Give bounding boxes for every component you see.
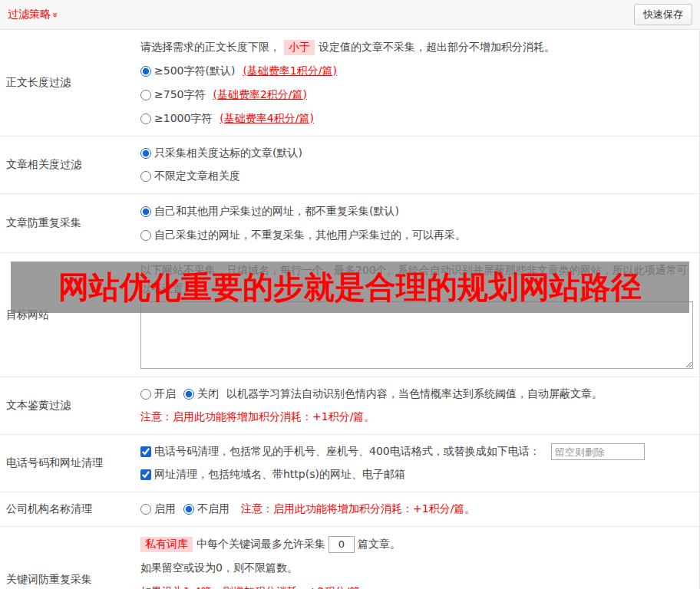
relevance-option-1: 只采集相关度达标的文章(默认) (140, 142, 693, 165)
row-content-dedup: 自己和其他用户采集过的网址，都不重复采集(默认) 自己采集过的网址，不重复采集，… (134, 194, 699, 252)
option-text: ≥750字符 (154, 88, 205, 102)
option-text: 自己采集过的网址，不重复采集，其他用户采集过的，可以再采。 (154, 229, 466, 242)
company-option-off[interactable]: 不启用 (183, 502, 229, 516)
company-clean-note: 注意：启用此功能将增加积分消耗：+1积分/篇。 (241, 502, 475, 516)
page-title[interactable]: 过滤策略 » (8, 8, 59, 21)
limit-text-mid: 中每个关键词最多允许采集 (196, 538, 325, 551)
option-text: 只采集相关度达标的文章(默认) (154, 146, 302, 160)
row-label-porn-filter: 文本鉴黄过滤 (0, 377, 134, 434)
relevance-option-any[interactable]: 不限定文章相关度 (140, 169, 240, 183)
less-than-tag: 小于 (284, 40, 315, 55)
overlay-banner: 网站优化重要的步就是合理的规划网站路径 (11, 262, 689, 313)
filter-settings-page: 过滤策略 » 快速保存 正文长度过滤 请选择需求的正文长度下限， 小于 设定值的… (0, 0, 700, 589)
checkbox-phone-clean[interactable] (140, 446, 151, 457)
radio-750-chars[interactable] (140, 90, 151, 100)
radio-company-off[interactable] (183, 504, 194, 515)
porn-filter-note: 注意：启用此功能将增加积分消耗：+1积分/篇。 (140, 406, 693, 429)
length-filter-intro: 请选择需求的正文长度下限， 小于 设定值的文章不采集，超出部分不增加积分消耗。 (140, 35, 693, 59)
option-text: 关闭 (197, 387, 219, 401)
length-option-750-label[interactable]: ≥750字符 (140, 88, 205, 102)
relevance-option-2: 不限定文章相关度 (140, 165, 693, 188)
option-text: 不启用 (197, 502, 229, 516)
intro-text-pre: 请选择需求的正文长度下限， (140, 41, 280, 54)
row-relevance-filter: 文章相关度过滤 只采集相关度达标的文章(默认) 不限定文章相关度 (0, 137, 699, 194)
radio-dedup-global[interactable] (140, 206, 151, 217)
fee-note-3: (基础费率4积分/篇) (220, 112, 314, 126)
dedup-option-2: 自己采集过的网址，不重复采集，其他用户采集过的，可以再采。 (140, 223, 693, 247)
length-option-500: ≥500字符(默认) (基础费率1积分/篇) (140, 59, 693, 83)
option-text: 电话号码清理，包括常见的手机号、座机号、400电话格式，或替换成如下电话： (154, 445, 540, 459)
length-option-1000: ≥1000字符 (基础费率4积分/篇) (140, 107, 693, 130)
keyword-note-empty: 如果留空或设为0，则不限篇数。 (140, 556, 693, 580)
chevron-down-icon: » (51, 12, 61, 18)
header-bar: 过滤策略 » 快速保存 (0, 0, 700, 30)
option-text: 网址清理，包括纯域名、带http(s)的网址、电子邮箱 (154, 468, 405, 482)
radio-dedup-self[interactable] (140, 230, 151, 241)
porn-option-off[interactable]: 关闭 (183, 387, 219, 401)
row-dedup-filter: 文章防重复采集 自己和其他用户采集过的网址，都不重复采集(默认) 自己采集过的网… (0, 194, 699, 253)
row-label-company-clean: 公司机构名称清理 (0, 492, 134, 526)
limit-text-end: 篇文章。 (358, 538, 401, 551)
dedup-option-global[interactable]: 自己和其他用户采集过的网址，都不重复采集(默认) (140, 205, 399, 219)
dedup-option-self[interactable]: 自己采集过的网址，不重复采集，其他用户采集过的，可以再采。 (140, 229, 466, 242)
radio-company-on[interactable] (140, 504, 151, 515)
page-title-text: 过滤策略 (8, 8, 51, 21)
length-option-750: ≥750字符 (基础费率2积分/篇) (140, 83, 693, 107)
radio-relevance-any[interactable] (140, 171, 151, 182)
row-label-keyword-dedup: 关键词防重复采集 (0, 527, 134, 589)
option-text: 启用 (154, 502, 176, 516)
row-length-filter: 正文长度过滤 请选择需求的正文长度下限， 小于 设定值的文章不采集，超出部分不增… (0, 30, 699, 137)
row-content-phone-url: 电话号码清理，包括常见的手机号、座机号、400电话格式，或替换成如下电话： 网址… (134, 435, 699, 492)
fee-note-2: (基础费率2积分/篇) (213, 88, 307, 102)
keyword-note-1-4: 如果设为1-4篇，则增加积分消耗：+2积分/篇。 (140, 580, 693, 589)
radio-porn-off[interactable] (183, 389, 194, 400)
checkbox-url-clean[interactable] (140, 469, 151, 480)
length-option-1000-label[interactable]: ≥1000字符 (140, 112, 212, 126)
row-porn-filter: 文本鉴黄过滤 开启 关闭 以机器学习算法自动识别色情内容，当色情概率达到系统阈值… (0, 377, 699, 435)
keyword-limit-line: 私有词库 中每个关键词最多允许采集 篇文章。 (140, 532, 693, 556)
porn-filter-desc: 以机器学习算法自动识别色情内容，当色情概率达到系统阈值，自动屏蔽文章。 (226, 387, 603, 401)
row-content-length-filter: 请选择需求的正文长度下限， 小于 设定值的文章不采集，超出部分不增加积分消耗。 … (134, 30, 699, 136)
porn-option-on[interactable]: 开启 (140, 387, 176, 401)
keyword-count-input[interactable] (329, 536, 355, 553)
company-option-on[interactable]: 启用 (140, 502, 176, 516)
option-text: ≥1000字符 (154, 112, 212, 126)
row-phone-url-clean: 电话号码和网址清理 电话号码清理，包括常见的手机号、座机号、400电话格式，或替… (0, 435, 699, 492)
option-text: 不限定文章相关度 (154, 169, 240, 183)
row-label-dedup: 文章防重复采集 (0, 194, 134, 252)
row-keyword-dedup: 关键词防重复采集 私有词库 中每个关键词最多允许采集 篇文章。 如果留空或设为0… (0, 527, 699, 589)
dedup-option-1: 自己和其他用户采集过的网址，都不重复采集(默认) (140, 199, 693, 223)
intro-text-post: 设定值的文章不采集，超出部分不增加积分消耗。 (319, 41, 555, 54)
replacement-phone-input[interactable] (551, 443, 645, 460)
option-text: ≥500字符(默认) (154, 64, 235, 78)
private-lexicon-tag: 私有词库 (140, 537, 193, 552)
row-label-phone-url: 电话号码和网址清理 (0, 435, 134, 492)
row-content-company-clean: 启用 不启用 注意：启用此功能将增加积分消耗：+1积分/篇。 (134, 492, 699, 526)
radio-500-chars[interactable] (140, 66, 151, 77)
quick-save-button[interactable]: 快速保存 (634, 4, 692, 25)
row-company-clean: 公司机构名称清理 启用 不启用 注意：启用此功能将增加积分消耗：+1积分/篇。 (0, 492, 699, 527)
row-content-keyword-dedup: 私有词库 中每个关键词最多允许采集 篇文章。 如果留空或设为0，则不限篇数。 如… (134, 527, 699, 589)
row-label-length-filter: 正文长度过滤 (0, 30, 134, 136)
option-text: 开启 (154, 387, 176, 401)
radio-porn-on[interactable] (140, 389, 151, 400)
option-text: 自己和其他用户采集过的网址，都不重复采集(默认) (154, 205, 399, 219)
porn-filter-options: 开启 关闭 以机器学习算法自动识别色情内容，当色情概率达到系统阈值，自动屏蔽文章… (140, 383, 693, 406)
relevance-option-strict[interactable]: 只采集相关度达标的文章(默认) (140, 146, 302, 160)
phone-clean-option[interactable]: 电话号码清理，包括常见的手机号、座机号、400电话格式，或替换成如下电话： (140, 445, 540, 459)
company-clean-options: 启用 不启用 注意：启用此功能将增加积分消耗：+1积分/篇。 (140, 498, 693, 521)
url-clean-option[interactable]: 网址清理，包括纯域名、带http(s)的网址、电子邮箱 (140, 468, 405, 482)
fee-note-1: (基础费率1积分/篇) (243, 64, 337, 78)
radio-1000-chars[interactable] (140, 114, 151, 124)
length-option-500-label[interactable]: ≥500字符(默认) (140, 64, 235, 78)
phone-clean-line: 电话号码清理，包括常见的手机号、座机号、400电话格式，或替换成如下电话： (140, 440, 693, 463)
row-label-relevance: 文章相关度过滤 (0, 137, 134, 193)
row-content-relevance: 只采集相关度达标的文章(默认) 不限定文章相关度 (134, 137, 699, 193)
row-content-porn-filter: 开启 关闭 以机器学习算法自动识别色情内容，当色情概率达到系统阈值，自动屏蔽文章… (134, 377, 699, 434)
overlay-banner-text: 网站优化重要的步就是合理的规划网站路径 (58, 266, 642, 308)
url-clean-line: 网址清理，包括纯域名、带http(s)的网址、电子邮箱 (140, 463, 693, 486)
radio-relevance-strict[interactable] (140, 148, 151, 159)
